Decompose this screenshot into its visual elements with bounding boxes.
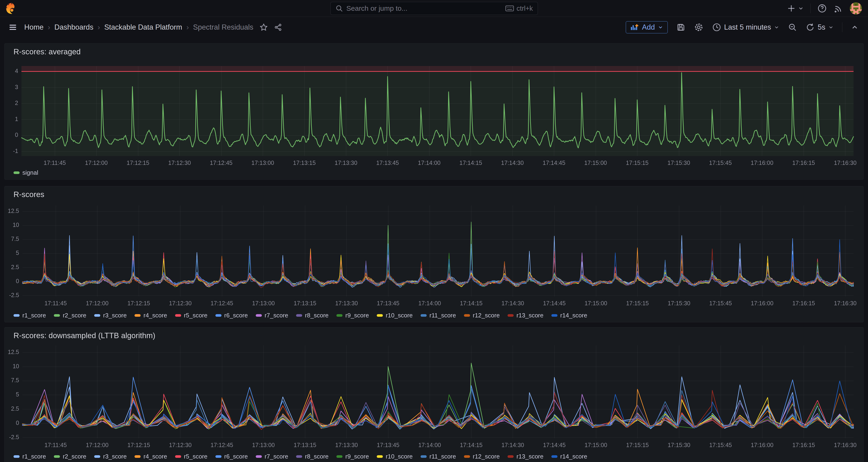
legend-item[interactable]: r4_score (134, 312, 167, 319)
add-button-label: Add (642, 23, 655, 31)
help-icon (817, 3, 827, 13)
series-label: r3_score (103, 312, 127, 319)
series-label: r8_score (305, 312, 329, 319)
add-panel-button[interactable]: Add (626, 21, 668, 33)
share-button[interactable] (274, 23, 282, 31)
legend-item[interactable]: r5_score (175, 453, 208, 460)
legend: r1_scorer2_scorer3_scorer4_scorer5_score… (13, 312, 587, 319)
dashboard-settings-button[interactable] (694, 22, 704, 32)
legend-item[interactable]: r6_score (215, 453, 248, 460)
legend-item[interactable]: signal (13, 169, 38, 176)
series-label: r2_score (63, 312, 86, 319)
legend-item[interactable]: r3_score (94, 312, 127, 319)
series-label: r4_score (144, 453, 167, 460)
legend-item[interactable]: r7_score (256, 453, 288, 460)
panel-rscores-averaged: R-scores: averaged signal (4, 43, 864, 180)
series-label: r5_score (184, 453, 208, 460)
series-label: r5_score (184, 312, 208, 319)
chevron-down-icon (658, 25, 663, 30)
series-color-marker (507, 455, 514, 458)
series-label: r3_score (103, 453, 127, 460)
collapse-toolbar-button[interactable] (851, 23, 859, 31)
series-color-marker (421, 314, 427, 317)
legend-item[interactable]: r12_score (464, 453, 500, 460)
legend-item[interactable]: r2_score (54, 453, 86, 460)
panel-title[interactable]: R-scores: downsampled (LTTB algorithm) (13, 331, 155, 340)
series-color-marker (13, 172, 20, 174)
legend-item[interactable]: r8_score (296, 312, 329, 319)
add-panel-icon (630, 23, 639, 31)
legend-item[interactable]: r3_score (94, 453, 127, 460)
legend-item[interactable]: r2_score (54, 312, 86, 319)
legend-item[interactable]: r10_score (377, 453, 413, 460)
panel-title[interactable]: R-scores (13, 190, 44, 199)
legend-item[interactable]: r14_score (551, 312, 587, 319)
series-label: r7_score (265, 453, 288, 460)
series-label: r6_score (224, 453, 248, 460)
search-shortcut: ctrl+k (505, 5, 533, 12)
legend-item[interactable]: r6_score (215, 312, 248, 319)
series-color-marker (421, 455, 427, 458)
legend-item[interactable]: r9_score (336, 453, 369, 460)
series-color-marker (377, 314, 383, 317)
legend-item[interactable]: r13_score (507, 453, 544, 460)
legend-item[interactable]: r8_score (296, 453, 329, 460)
series-color-marker (134, 455, 141, 458)
keyboard-icon (505, 5, 514, 12)
search-input[interactable] (346, 4, 502, 12)
series-label: r9_score (345, 453, 369, 460)
zoom-out-icon (788, 23, 797, 32)
avatar[interactable] (850, 2, 862, 14)
legend-item[interactable]: r1_score (13, 312, 46, 319)
legend-item[interactable]: r7_score (256, 312, 288, 319)
legend-item[interactable]: r11_score (421, 312, 456, 319)
series-color-marker (336, 455, 342, 458)
search-box[interactable]: ctrl+k (330, 2, 538, 15)
top-nav-bar: ctrl+k (0, 0, 868, 17)
panel-title[interactable]: R-scores: averaged (13, 47, 81, 56)
favorite-button[interactable] (259, 23, 268, 31)
breadcrumb-separator: › (186, 23, 189, 31)
new-button[interactable] (787, 4, 804, 13)
series-color-marker (13, 314, 20, 317)
refresh-interval-dropdown[interactable]: 5s (818, 23, 825, 31)
news-button[interactable] (834, 3, 843, 13)
legend-item[interactable]: r13_score (507, 312, 544, 319)
zoom-out-button[interactable] (788, 23, 797, 32)
hamburger-icon (8, 23, 17, 32)
breadcrumb-home[interactable]: Home (24, 23, 43, 31)
series-color-marker (551, 314, 557, 317)
dashboard-toolbar: Home › Dashboards › Stackable Data Platf… (0, 17, 868, 37)
series-label: r11_score (430, 453, 456, 460)
clock-icon (712, 23, 721, 32)
breadcrumb-dashboards[interactable]: Dashboards (54, 23, 93, 31)
star-icon (259, 23, 268, 31)
legend-item[interactable]: r4_score (134, 453, 167, 460)
grafana-logo[interactable] (5, 2, 17, 14)
rscores-downsampled-chart[interactable] (5, 328, 863, 462)
save-dashboard-button[interactable] (676, 23, 685, 32)
refresh-controls: 5s (806, 23, 834, 32)
mega-menu-toggle[interactable] (8, 23, 17, 32)
rscores-averaged-chart[interactable] (5, 43, 863, 179)
legend: r1_scorer2_scorer3_scorer4_scorer5_score… (13, 453, 587, 460)
refresh-button[interactable] (806, 23, 815, 32)
help-button[interactable] (817, 3, 827, 13)
legend-item[interactable]: r5_score (175, 312, 208, 319)
legend-item[interactable]: r10_score (377, 312, 413, 319)
breadcrumb-separator: › (98, 23, 100, 31)
series-label: r11_score (430, 312, 456, 319)
legend-item[interactable]: r11_score (421, 453, 456, 460)
series-color-marker (215, 455, 221, 458)
breadcrumb-folder[interactable]: Stackable Data Platform (104, 23, 182, 31)
series-label: r9_score (345, 312, 369, 319)
legend-item[interactable]: r12_score (464, 312, 500, 319)
panel-rscores-downsampled: R-scores: downsampled (LTTB algorithm) r… (4, 327, 864, 462)
legend-item[interactable]: r14_score (551, 453, 587, 460)
series-color-marker (215, 314, 221, 317)
time-range-picker[interactable]: Last 5 minutes (712, 23, 780, 32)
legend: signal (13, 169, 38, 176)
legend-item[interactable]: r9_score (336, 312, 369, 319)
legend-item[interactable]: r1_score (13, 453, 46, 460)
rscores-chart[interactable] (5, 186, 863, 322)
